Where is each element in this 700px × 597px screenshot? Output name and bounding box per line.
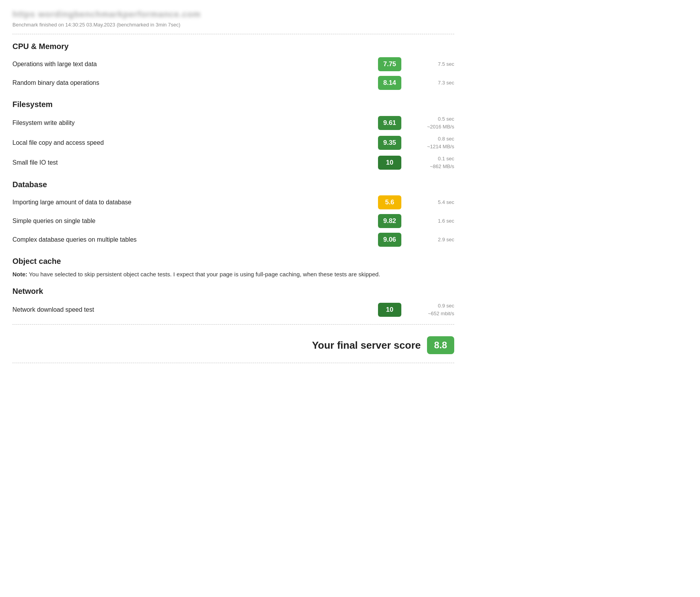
score-badge: 9.82: [378, 214, 401, 228]
score-badge: 10: [378, 303, 401, 317]
benchmark-label: Filesystem write ability: [12, 119, 378, 126]
benchmark-label: Small file IO test: [12, 159, 378, 166]
benchmark-row: Operations with large text data7.757.5 s…: [12, 55, 454, 74]
benchmark-label: Operations with large text data: [12, 61, 378, 68]
score-badge: 8.14: [378, 76, 401, 90]
benchmark-meta: 0.9 sec~652 mbit/s: [408, 302, 454, 317]
benchmark-row: Network download speed test100.9 sec~652…: [12, 300, 454, 320]
bottom-divider-1: [12, 324, 454, 325]
benchmark-meta: 0.5 sec~2016 MB/s: [408, 115, 454, 130]
benchmark-row: Random binary data operations8.147.3 sec: [12, 74, 454, 92]
score-badge: 9.06: [378, 233, 401, 247]
section-title-object-cache: Object cache: [12, 257, 454, 266]
benchmark-meta: 7.3 sec: [408, 79, 454, 87]
benchmark-label: Simple queries on single table: [12, 218, 378, 225]
benchmark-row: Simple queries on single table9.821.6 se…: [12, 212, 454, 230]
score-badge: 10: [378, 156, 401, 170]
benchmark-meta: 0.8 sec~1214 MB/s: [408, 135, 454, 150]
top-divider: [12, 34, 454, 34]
benchmark-label: Complex database queries on multiple tab…: [12, 236, 378, 243]
score-badge: 9.61: [378, 116, 401, 130]
benchmark-meta: 1.6 sec: [408, 217, 454, 225]
benchmark-row: Local file copy and access speed9.350.8 …: [12, 133, 454, 153]
site-url: https wordingbenchmarkperformance.com: [12, 9, 454, 19]
benchmark-info: Benchmark finished on 14:30:25 03.May.20…: [12, 22, 454, 28]
section-title-cpu-memory: CPU & Memory: [12, 42, 454, 51]
benchmark-row: Importing large amount of data to databa…: [12, 193, 454, 212]
score-badge: 7.75: [378, 57, 401, 71]
benchmark-meta: 5.4 sec: [408, 198, 454, 206]
benchmark-meta: 7.5 sec: [408, 60, 454, 68]
section-title-database: Database: [12, 180, 454, 189]
section-title-network: Network: [12, 287, 454, 296]
score-badge: 5.6: [378, 195, 401, 209]
bottom-divider-2: [12, 363, 454, 363]
section-note-object-cache: Note: You have selected to skip persiste…: [12, 270, 454, 279]
benchmark-meta: 2.9 sec: [408, 236, 454, 244]
benchmark-label: Local file copy and access speed: [12, 139, 378, 146]
final-score-row: Your final server score 8.8: [12, 329, 454, 358]
score-badge: 9.35: [378, 136, 401, 150]
benchmark-label: Network download speed test: [12, 306, 378, 313]
benchmark-row: Filesystem write ability9.610.5 sec~2016…: [12, 113, 454, 133]
benchmark-row: Complex database queries on multiple tab…: [12, 230, 454, 249]
benchmark-label: Random binary data operations: [12, 79, 378, 86]
benchmark-label: Importing large amount of data to databa…: [12, 199, 378, 206]
benchmark-meta: 0.1 sec~862 MB/s: [408, 155, 454, 170]
benchmark-row: Small file IO test100.1 sec~862 MB/s: [12, 153, 454, 172]
final-score-badge: 8.8: [427, 336, 454, 354]
final-score-label: Your final server score: [312, 339, 421, 351]
section-title-filesystem: Filesystem: [12, 100, 454, 109]
